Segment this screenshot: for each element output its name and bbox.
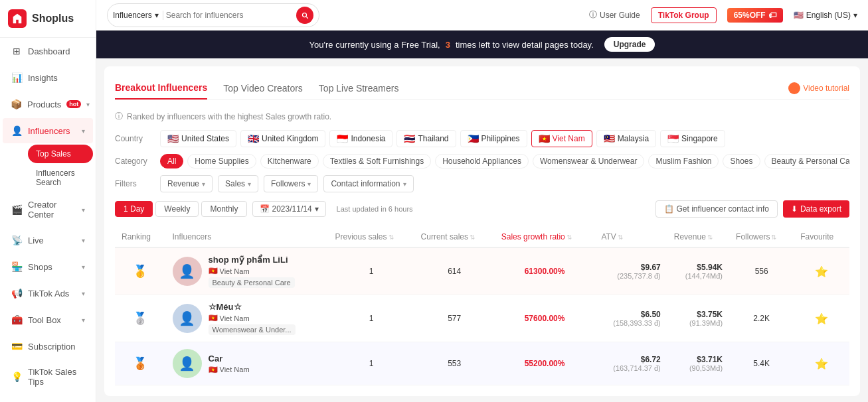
influencer-cell[interactable]: 👤 ☆Méu☆ 🇻🇳Viet Nam Womenswear & Under...: [166, 295, 329, 342]
search-input[interactable]: [166, 11, 294, 20]
tab-top-live-streamers[interactable]: Top Live Streamers: [319, 78, 399, 99]
country-btn-my[interactable]: 🇲🇾Malaysia: [596, 130, 656, 147]
sidebar-item-tiktok-sales-tips[interactable]: 💡 TikTok Sales Tips: [3, 360, 93, 393]
country-btn-uk[interactable]: 🇬🇧United Kingdom: [240, 130, 325, 147]
country-label: Country: [115, 134, 155, 143]
main-content: Influencers ▾ ⓘ User Guide TikTok Group …: [96, 0, 868, 402]
period-btn-weekly[interactable]: Weekly: [155, 201, 199, 217]
sidebar-item-shops[interactable]: 🏪 Shops ▾: [3, 254, 93, 279]
tab-breakout-influencers[interactable]: Breakout Influencers: [115, 77, 207, 100]
sidebar-item-subscription[interactable]: 💳 Subscription: [3, 334, 93, 359]
category-btn-shoes[interactable]: Shoes: [723, 154, 760, 168]
th-favourite: Favourite: [794, 227, 849, 247]
tab-top-video-creators[interactable]: Top Video Creators: [223, 78, 303, 99]
star-icon[interactable]: ⭐: [815, 266, 828, 277]
contact-info-label: Get influencer contact info: [677, 204, 769, 214]
sidebar-item-dashboard[interactable]: ⊞ Dashboard: [3, 38, 93, 64]
subscription-icon: 💳: [11, 340, 23, 352]
favourite-cell[interactable]: ⭐: [794, 295, 849, 342]
followers-cell: 556: [729, 247, 794, 295]
th-atv[interactable]: ATV⇅: [594, 227, 667, 247]
country-btn-us[interactable]: 🇺🇸United States: [160, 130, 236, 147]
sidebar-item-label: Creator Center: [28, 200, 76, 220]
sidebar-item-label: Subscription: [28, 342, 85, 352]
favourite-cell[interactable]: ⭐: [794, 247, 849, 295]
sidebar-item-tiktok-ads[interactable]: 📢 TikTok Ads ▾: [3, 281, 93, 306]
date-row: 1 DayWeeklyMonthly 📅 2023/11/14 ▾ Last u…: [115, 200, 849, 218]
country-buttons: 🇺🇸United States🇬🇧United Kingdom🇮🇩Indones…: [160, 130, 725, 147]
data-export-button[interactable]: ⬇ Data export: [783, 200, 849, 218]
th-growth[interactable]: Sales growth ratio⇅: [495, 227, 595, 247]
country-btn-ph[interactable]: 🇵🇭Philippines: [460, 130, 527, 147]
sidebar-logo[interactable]: Shoplus: [0, 0, 96, 38]
sidebar-item-influencers-search[interactable]: Influencers Search: [28, 164, 93, 192]
influencer-name: shop mỹ phẩm LiLi: [209, 255, 295, 265]
sidebar-item-label: Products: [27, 100, 61, 109]
avatar: 👤: [173, 304, 202, 333]
country-btn-vn[interactable]: 🇻🇳Viet Nam: [531, 130, 592, 147]
influencer-cell[interactable]: 👤 Car 🇻🇳Viet Nam: [166, 342, 329, 385]
sidebar-item-creator-center[interactable]: 🎬 Creator Center ▾: [3, 193, 93, 226]
country-btn-id[interactable]: 🇮🇩Indonesia: [329, 130, 392, 147]
rank-icon: 🥉: [122, 356, 159, 371]
filter-contact[interactable]: Contact information▾: [323, 175, 413, 192]
get-contact-info-button[interactable]: 📋 Get influencer contact info: [655, 200, 778, 218]
sidebar-item-influencers[interactable]: 👤 Influencers ▾: [3, 118, 93, 143]
category-btn-all[interactable]: All: [160, 154, 183, 168]
influencer-cell[interactable]: 👤 shop mỹ phẩm LiLi 🇻🇳Viet Nam Beauty & …: [166, 247, 329, 295]
influencer-country: 🇻🇳Viet Nam: [209, 267, 295, 275]
contact-icon: 📋: [664, 204, 674, 214]
user-guide-link[interactable]: ⓘ User Guide: [589, 9, 640, 21]
video-tutorial-label: Video tutorial: [803, 84, 849, 93]
sidebar-item-products[interactable]: 📦 Products hot ▾: [3, 92, 93, 117]
country-btn-sg[interactable]: 🇸🇬Singapore: [660, 130, 725, 147]
language-selector[interactable]: 🇺🇸 English (US) ▾: [794, 11, 857, 20]
category-label: Category: [115, 157, 155, 166]
data-export-label: Data export: [800, 204, 841, 214]
sidebar-item-top-sales[interactable]: Top Sales: [28, 145, 93, 163]
prev-sales-cell: 1: [329, 295, 414, 342]
filter-followers[interactable]: Followers▾: [264, 175, 318, 192]
avatar: 👤: [173, 257, 202, 286]
search-type-dropdown[interactable]: Influencers ▾: [113, 11, 163, 20]
date-picker[interactable]: 📅 2023/11/14 ▾: [252, 201, 326, 217]
sidebar-item-insights[interactable]: 📊 Insights: [3, 65, 93, 90]
country-btn-th[interactable]: 🇹🇭Thailand: [396, 130, 456, 147]
growth-cell: 57600.00%: [495, 295, 595, 342]
category-btn-beauty[interactable]: Beauty & Personal Care: [764, 154, 849, 168]
filter-sales[interactable]: Sales▾: [218, 175, 258, 192]
discount-button[interactable]: 65%OFF 🏷: [727, 8, 783, 23]
search-button[interactable]: [296, 7, 313, 24]
category-btn-textiles[interactable]: Textiles & Soft Furnishings: [323, 154, 431, 168]
category-btn-household[interactable]: Household Appliances: [435, 154, 529, 168]
sidebar-item-label: Influencers: [28, 126, 76, 136]
sidebar: Shoplus ⊞ Dashboard 📊 Insights 📦 Product…: [0, 0, 96, 402]
favourite-cell[interactable]: ⭐: [794, 342, 849, 385]
revenue-cell: $3.71K(90,53Mđ): [667, 342, 729, 385]
period-btn-1day[interactable]: 1 Day: [115, 201, 153, 217]
th-prev-sales[interactable]: Previous sales⇅: [329, 227, 414, 247]
category-btn-home-supplies[interactable]: Home Supplies: [187, 154, 256, 168]
upgrade-button[interactable]: Upgrade: [604, 37, 655, 52]
rank-cell: 🥇: [115, 247, 166, 295]
sidebar-item-live[interactable]: 📡 Live ▾: [3, 228, 93, 253]
video-tutorial-link[interactable]: ▶ Video tutorial: [788, 82, 849, 94]
category-btn-muslim[interactable]: Muslim Fashion: [648, 154, 719, 168]
star-icon[interactable]: ⭐: [815, 313, 828, 324]
tiktok-group-button[interactable]: TikTok Group: [651, 7, 717, 23]
revenue-cell: $3.75K(91.39Mđ): [667, 295, 729, 342]
th-revenue[interactable]: Revenue⇅: [667, 227, 729, 247]
info-text: Ranked by influencers with the highest S…: [127, 112, 331, 121]
category-btn-womenswear[interactable]: Womenswear & Underwear: [533, 154, 645, 168]
filter-revenue[interactable]: Revenue▾: [160, 175, 213, 192]
influencer-info: shop mỹ phẩm LiLi 🇻🇳Viet Nam Beauty & Pe…: [209, 255, 295, 288]
period-btn-monthly[interactable]: Monthly: [201, 201, 246, 217]
category-btn-kitchenware[interactable]: Kitchenware: [260, 154, 319, 168]
th-followers[interactable]: Followers⇅: [729, 227, 794, 247]
shops-icon: 🏪: [11, 261, 23, 273]
atv-cell: $9.67(235,737.8 đ): [594, 247, 667, 295]
sidebar-item-tool-box[interactable]: 🧰 Tool Box ▾: [3, 307, 93, 332]
star-icon[interactable]: ⭐: [815, 358, 828, 369]
download-icon: ⬇: [791, 204, 798, 214]
th-curr-sales[interactable]: Current sales⇅: [414, 227, 495, 247]
